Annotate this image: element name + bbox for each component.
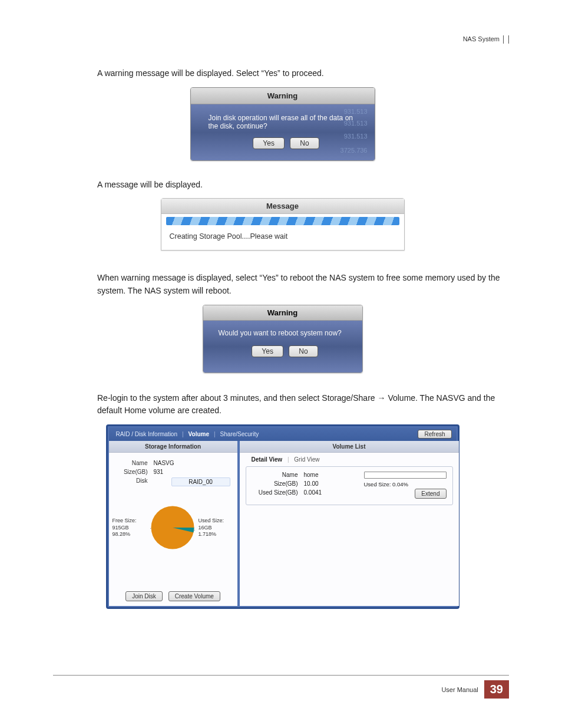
- usage-pie-icon: [150, 505, 195, 550]
- pie-used-label: Used Size: 16GB 1.718%: [199, 518, 234, 538]
- join-disk-button[interactable]: Join Disk: [125, 591, 163, 601]
- tab-raid-disk[interactable]: RAID / Disk Information: [114, 431, 180, 437]
- refresh-button[interactable]: Refresh: [418, 430, 451, 439]
- progress-stripe-icon: [166, 217, 399, 225]
- bg-value: 931.513: [344, 108, 368, 115]
- label-disk: Disk: [115, 477, 148, 486]
- bg-value: 3725.736: [340, 147, 368, 154]
- disk-raid-item[interactable]: RAID_00: [171, 477, 230, 486]
- value-vol-used: 0.0041: [304, 489, 352, 496]
- label-vol-used: Used Size(GB): [252, 489, 298, 496]
- volume-list-header: Volume List: [240, 441, 459, 453]
- page-number: 39: [484, 680, 509, 699]
- warning-dialog-join-disk: Warning 931.513 931.513 931.513 3725.736…: [190, 87, 375, 161]
- header-product-label: NAS System: [463, 35, 500, 44]
- label-vol-size: Size(GB): [252, 480, 298, 487]
- header-sep-icon: [503, 35, 504, 44]
- tab-sep-icon: |: [214, 431, 216, 437]
- label-name: Name: [115, 460, 148, 466]
- storage-share-panel: RAID / Disk Information | Volume | Share…: [106, 424, 459, 609]
- paragraph-2: A message will be displayed.: [97, 179, 509, 192]
- value-size: 931: [154, 469, 232, 475]
- value-vol-size: 10.00: [304, 480, 352, 487]
- bg-value: 931.513: [344, 120, 368, 127]
- message-dialog: Message Creating Storage Pool....Please …: [161, 198, 405, 251]
- dialog-title: Warning: [191, 88, 375, 104]
- usage-text: Used Size: 0.04%: [364, 481, 447, 487]
- paragraph-1: A warning message will be displayed. Sel…: [97, 67, 509, 80]
- page-header: NAS System: [56, 35, 509, 44]
- create-volume-button[interactable]: Create Volume: [168, 591, 220, 601]
- value-name: NASVG: [154, 460, 232, 466]
- tab-volume[interactable]: Volume: [186, 431, 211, 437]
- page-footer: User Manual 39: [53, 675, 509, 699]
- paragraph-3: When warning message is displayed, selec…: [97, 272, 509, 297]
- tab-sep-icon: |: [182, 431, 184, 437]
- grid-view-tab[interactable]: Grid View: [290, 456, 323, 463]
- footer-label: User Manual: [441, 686, 478, 693]
- yes-button[interactable]: Yes: [253, 137, 285, 149]
- message-text: Creating Storage Pool....Please wait: [161, 230, 404, 250]
- dialog-message: Would you want to reboot system now?: [219, 329, 352, 337]
- bg-value: 931.513: [344, 133, 368, 140]
- warning-dialog-reboot: Warning Would you want to reboot system …: [203, 305, 363, 373]
- yes-button[interactable]: Yes: [252, 345, 283, 357]
- label-vol-name: Name: [252, 472, 298, 478]
- dialog-title: Warning: [203, 305, 362, 321]
- tab-share-security[interactable]: Share/Security: [218, 431, 262, 437]
- paragraph-4: Re-login to the system after about 3 min…: [97, 392, 509, 417]
- volume-detail-card: Name home Size(GB) 10.00 Used Size(GB) 0…: [246, 466, 453, 505]
- no-button[interactable]: No: [290, 137, 319, 149]
- storage-info-header: Storage Information: [109, 441, 237, 453]
- extend-button[interactable]: Extend: [415, 489, 446, 499]
- detail-view-tab[interactable]: Detail View: [248, 456, 286, 463]
- usage-bar-icon: [364, 472, 447, 479]
- no-button[interactable]: No: [289, 345, 318, 357]
- dialog-message: Join disk operation will erase all of th…: [209, 114, 364, 130]
- label-size: Size(GB): [115, 469, 148, 475]
- pie-free-label: Free Size: 915GB 98.28%: [113, 518, 147, 538]
- tab-sep-icon: |: [287, 456, 289, 463]
- dialog-title: Message: [161, 199, 404, 214]
- value-vol-name: home: [304, 472, 352, 478]
